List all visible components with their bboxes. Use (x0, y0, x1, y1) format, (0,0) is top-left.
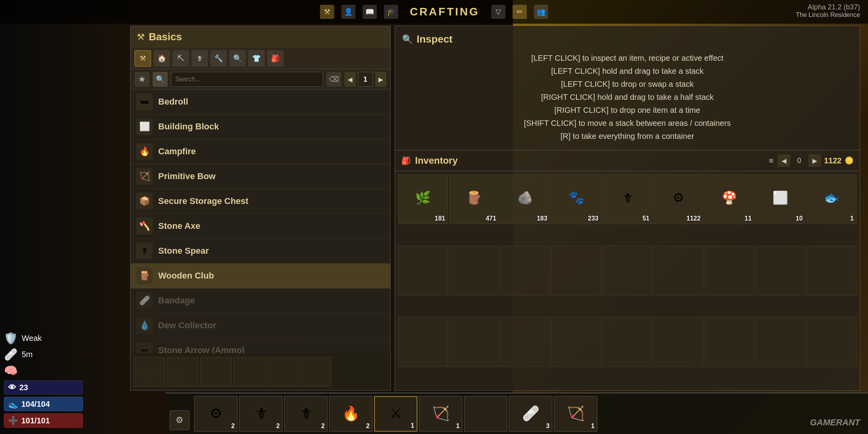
cat-building[interactable]: 🏠 (153, 50, 170, 67)
hotbar-slot[interactable]: ⚔ 1 (374, 396, 417, 432)
inventory-header: 🎒 Inventory ≡ ◀ 0 ▶ 1122 🪙 (395, 150, 860, 171)
hotbar-slot[interactable]: 🗡 2 (239, 396, 282, 432)
inventory-slot[interactable]: 🪨 183 (500, 174, 550, 224)
top-bar-icons-right: ▽ ✏ 👥 (491, 5, 548, 19)
inv-page-num: 0 (793, 157, 805, 165)
tab-pencil[interactable]: ✏ (513, 5, 527, 19)
inventory-slot[interactable] (602, 246, 652, 296)
hotbar-item-icon: 🏹 (567, 405, 585, 422)
inventory-slot[interactable] (551, 317, 601, 367)
craft-queue (130, 353, 391, 391)
hotbar-slot[interactable] (464, 396, 507, 432)
tab-character[interactable]: 👤 (341, 5, 355, 19)
slot-count: 1122 (687, 215, 701, 222)
recipe-item[interactable]: 📦 Secure Storage Chest (131, 189, 390, 214)
hotbar-slot[interactable]: 🗡 2 (284, 396, 327, 432)
inventory-slot[interactable] (500, 317, 550, 367)
clear-search-button[interactable]: ⌫ (326, 72, 341, 87)
recipe-item[interactable]: 🏹 Primitive Bow (131, 164, 390, 189)
inventory-slot[interactable] (807, 317, 857, 367)
inventory-slot[interactable] (500, 246, 550, 296)
inventory-slot[interactable]: 🗡 51 (602, 174, 652, 224)
recipe-item[interactable]: 🩹 Bandage (131, 288, 390, 313)
search-icon[interactable]: 🔍 (153, 72, 168, 87)
cat-tools[interactable]: ⚒ (135, 50, 151, 67)
inventory-slot[interactable] (398, 246, 448, 296)
cat-weapons[interactable]: 🗡 (191, 50, 208, 67)
slot-item-icon: 🪵 (466, 190, 482, 205)
tab-group[interactable]: 👥 (534, 5, 548, 19)
recipe-item[interactable]: ⬜ Building Block (131, 114, 390, 139)
inventory-slot[interactable]: ⬜ 10 (756, 174, 805, 224)
sort-icon[interactable]: ≡ (769, 156, 774, 165)
stamina-icon: 👟 (8, 399, 18, 409)
inventory-slot[interactable]: 🍄 11 (705, 174, 754, 224)
inventory-slot[interactable]: 🪵 471 (449, 174, 499, 224)
hotbar-settings-button[interactable]: ⚙ (170, 410, 189, 430)
inventory-slot[interactable] (653, 317, 703, 367)
cat-gear[interactable]: 🎒 (267, 50, 284, 67)
recipe-item[interactable]: 🛏 Bedroll (131, 90, 390, 114)
inventory-slot[interactable]: ⚙ 1122 (653, 174, 703, 224)
favorites-button[interactable]: ★ (135, 72, 150, 87)
hotbar-item-icon: 🔥 (342, 405, 360, 422)
inspect-title: Inspect (417, 33, 453, 45)
queue-slot-1[interactable] (134, 357, 165, 387)
page-prev-button[interactable]: ◀ (344, 72, 355, 87)
queue-slot-5[interactable] (266, 357, 298, 387)
inventory-slot[interactable] (653, 246, 703, 296)
hotbar-item-icon: 🏹 (432, 405, 450, 422)
recipe-item[interactable]: 💧 Dew Collector (131, 313, 390, 338)
hotbar-slot-count: 1 (591, 423, 595, 430)
slot-count: 10 (796, 215, 803, 222)
queue-slot-2[interactable] (167, 357, 198, 387)
inventory-slot[interactable] (602, 317, 652, 367)
recipe-item[interactable]: 🗡 Stone Spear (131, 239, 390, 264)
inventory-slot[interactable] (398, 317, 448, 367)
queue-slot-6[interactable] (299, 357, 331, 387)
page-next-button[interactable]: ▶ (375, 72, 386, 87)
tab-filter[interactable]: ▽ (491, 5, 505, 19)
armor-label: Weak (22, 334, 42, 343)
hotbar-slot-count: 2 (366, 423, 370, 430)
slot-item-icon: ⚙ (673, 190, 684, 205)
hotbar-slot[interactable]: 🔥 2 (329, 396, 372, 432)
hotbar-slot[interactable]: 🩹 3 (509, 396, 552, 432)
cat-mining[interactable]: ⛏ (172, 50, 189, 67)
queue-slot-3[interactable] (200, 357, 232, 387)
cat-search[interactable]: 🔍 (229, 50, 246, 67)
tab-crafting-hammer[interactable]: ⚒ (320, 5, 334, 19)
inventory-slot[interactable] (551, 246, 601, 296)
recipe-name: Dew Collector (158, 320, 216, 331)
hotbar-slot[interactable]: ⚙ 2 (194, 396, 238, 432)
recipe-item[interactable]: 🔥 Campfire (131, 139, 390, 164)
inventory-slot[interactable] (705, 246, 754, 296)
recipe-item[interactable]: 🪵 Wooden Club (131, 264, 390, 288)
inventory-slot[interactable] (756, 317, 805, 367)
recipe-item[interactable]: 🪓 Stone Axe (131, 214, 390, 239)
hotbar-slot[interactable]: 🏹 1 (419, 396, 462, 432)
inv-prev-button[interactable]: ◀ (778, 154, 790, 167)
search-input[interactable] (171, 72, 323, 87)
tab-map[interactable]: 📖 (363, 5, 377, 19)
inventory-slot[interactable] (807, 246, 857, 296)
basics-header-title: Basics (149, 31, 182, 43)
inventory-slot[interactable] (756, 246, 805, 296)
inventory-slot[interactable]: 🐟 1 (807, 174, 857, 224)
inventory-slot[interactable]: 🌿 181 (398, 174, 448, 224)
hotbar-slot[interactable]: 🏹 1 (554, 396, 597, 432)
recipe-name: Campfire (158, 146, 196, 157)
tab-skills[interactable]: 🎓 (384, 5, 398, 19)
inventory-slot[interactable] (449, 246, 499, 296)
queue-slot-4[interactable] (233, 357, 265, 387)
slot-count: 1 (850, 215, 854, 222)
cat-mods[interactable]: 🔧 (210, 50, 227, 67)
slot-item-icon: 🍄 (722, 190, 737, 205)
inventory-slot[interactable] (705, 317, 754, 367)
hotbar-slot-count: 2 (231, 423, 235, 430)
inventory-slot[interactable] (449, 317, 499, 367)
inv-next-button[interactable]: ▶ (808, 154, 821, 167)
inventory-slot[interactable]: 🐾 233 (551, 174, 601, 224)
cat-clothing[interactable]: 👕 (248, 50, 265, 67)
slot-count: 233 (588, 215, 599, 222)
